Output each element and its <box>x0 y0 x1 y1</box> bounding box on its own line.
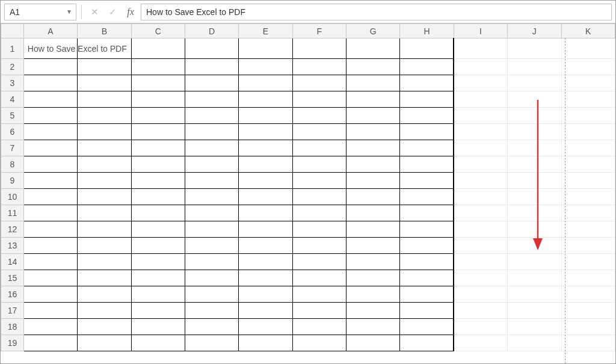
cell[interactable] <box>346 319 400 335</box>
cell[interactable] <box>346 75 400 91</box>
cell[interactable] <box>400 286 454 303</box>
cell[interactable] <box>561 75 615 91</box>
cell[interactable] <box>131 189 185 205</box>
cell[interactable] <box>292 221 346 238</box>
cell[interactable] <box>561 108 615 124</box>
cell[interactable] <box>131 124 185 140</box>
cell[interactable] <box>185 173 238 189</box>
select-all-corner[interactable] <box>1 24 24 39</box>
cell[interactable] <box>292 75 346 91</box>
cell[interactable] <box>346 286 400 303</box>
column-header[interactable]: A <box>23 24 77 39</box>
cell[interactable] <box>454 59 507 75</box>
row-header[interactable]: 9 <box>1 173 24 189</box>
cell[interactable] <box>454 303 507 319</box>
cell[interactable] <box>400 189 454 205</box>
cell[interactable] <box>131 303 185 319</box>
cell[interactable] <box>454 189 507 205</box>
cell[interactable] <box>400 205 454 221</box>
cell[interactable] <box>131 286 185 303</box>
row-header[interactable]: 12 <box>1 221 24 238</box>
column-header[interactable]: J <box>508 24 561 39</box>
cell[interactable] <box>400 303 454 319</box>
cell[interactable] <box>292 205 346 221</box>
cell[interactable] <box>78 254 131 270</box>
cell[interactable] <box>346 221 400 238</box>
cell[interactable] <box>292 286 346 303</box>
cell[interactable] <box>454 335 507 351</box>
cell[interactable] <box>239 286 292 303</box>
row-header[interactable]: 14 <box>1 254 24 270</box>
cell[interactable] <box>561 205 615 221</box>
row-header[interactable]: 18 <box>1 319 24 335</box>
cell[interactable] <box>23 286 77 303</box>
cell[interactable] <box>508 303 561 319</box>
cell[interactable] <box>239 59 292 75</box>
cell[interactable] <box>23 189 77 205</box>
cell[interactable] <box>292 238 346 254</box>
cell[interactable] <box>454 75 507 91</box>
cell[interactable] <box>400 270 454 286</box>
insert-function-button[interactable]: fx <box>123 4 138 20</box>
cell[interactable] <box>23 319 77 335</box>
cell[interactable] <box>185 140 238 156</box>
cell[interactable] <box>185 59 238 75</box>
cell[interactable] <box>454 286 507 303</box>
cell[interactable] <box>292 189 346 205</box>
cell[interactable] <box>454 124 507 140</box>
cell[interactable] <box>508 254 561 270</box>
cell[interactable] <box>239 189 292 205</box>
row-header[interactable]: 4 <box>1 91 24 108</box>
cell[interactable] <box>239 108 292 124</box>
cell[interactable] <box>508 335 561 351</box>
cell[interactable] <box>561 270 615 286</box>
cell[interactable] <box>78 319 131 335</box>
cell[interactable] <box>400 238 454 254</box>
cell[interactable] <box>239 173 292 189</box>
row-header[interactable]: 11 <box>1 205 24 221</box>
column-header[interactable]: D <box>185 24 238 39</box>
cell[interactable] <box>346 108 400 124</box>
cell[interactable] <box>508 270 561 286</box>
cell[interactable] <box>400 335 454 351</box>
cell[interactable] <box>400 156 454 173</box>
column-header[interactable]: I <box>454 24 507 39</box>
cell[interactable] <box>454 254 507 270</box>
cell[interactable] <box>239 254 292 270</box>
cell[interactable] <box>400 319 454 335</box>
cell[interactable] <box>292 270 346 286</box>
cell[interactable] <box>454 270 507 286</box>
cell[interactable] <box>185 108 238 124</box>
cell[interactable] <box>400 39 454 59</box>
cell[interactable] <box>239 124 292 140</box>
cell[interactable] <box>346 91 400 108</box>
cell[interactable] <box>78 124 131 140</box>
cell[interactable] <box>292 140 346 156</box>
cell[interactable] <box>561 91 615 108</box>
cell[interactable] <box>78 335 131 351</box>
cell[interactable] <box>23 91 77 108</box>
cell[interactable] <box>561 286 615 303</box>
row-header[interactable]: 5 <box>1 108 24 124</box>
column-header[interactable]: F <box>292 24 346 39</box>
cell[interactable] <box>78 286 131 303</box>
cell[interactable] <box>131 238 185 254</box>
cell[interactable] <box>239 238 292 254</box>
cell[interactable] <box>78 270 131 286</box>
cell[interactable] <box>23 173 77 189</box>
cell[interactable] <box>508 75 561 91</box>
cell[interactable] <box>561 319 615 335</box>
cell[interactable] <box>561 140 615 156</box>
cell[interactable] <box>185 221 238 238</box>
cell[interactable] <box>292 108 346 124</box>
cell[interactable] <box>508 319 561 335</box>
row-header[interactable]: 2 <box>1 59 24 75</box>
cell[interactable] <box>185 270 238 286</box>
cell[interactable] <box>185 238 238 254</box>
grid[interactable]: ABCDEFGHIJK1How to Save Excel to PDF2345… <box>1 23 615 351</box>
cell[interactable] <box>292 124 346 140</box>
cell[interactable] <box>346 173 400 189</box>
column-header[interactable]: H <box>400 24 454 39</box>
cell[interactable] <box>78 91 131 108</box>
row-header[interactable]: 15 <box>1 270 24 286</box>
